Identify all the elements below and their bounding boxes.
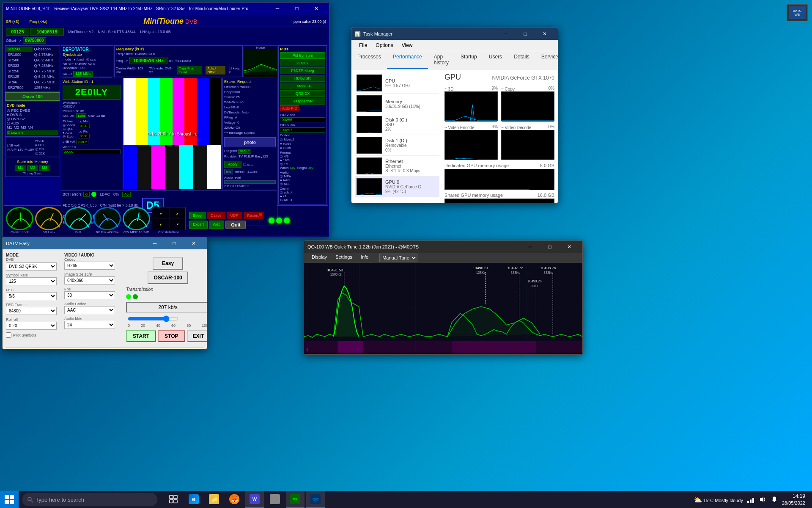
sr66-btn[interactable]: SR66 — [6, 80, 33, 85]
symbol-rate-select[interactable]: 125 — [6, 277, 57, 285]
de-minimize[interactable]: ─ — [145, 237, 165, 249]
pid-2e0ily-btn[interactable]: 2E0ILY — [280, 60, 325, 66]
pid-hdlowsr-btn[interactable]: HDlowSR — [280, 75, 325, 82]
q-825-btn[interactable]: Q-8.25 MHz — [33, 74, 59, 79]
taskbar-search[interactable]: Type here to search — [22, 493, 157, 506]
adapt-offset-btn[interactable]: Adapt Offset — [206, 66, 225, 75]
cpu-item[interactable]: CPU 9% 4.57 GHz — [355, 73, 439, 94]
record-btn[interactable]: Record — [244, 212, 263, 219]
pilot-symbols-check[interactable] — [6, 332, 11, 338]
q-875-btn[interactable]: Q-8.75 MHz — [33, 80, 59, 85]
de-maximize[interactable]: □ — [165, 237, 184, 249]
maximize-btn[interactable]: □ — [287, 3, 307, 14]
photo-btn[interactable]: photo — [224, 137, 276, 147]
q-1255-btn[interactable]: 1255MHz — [33, 85, 59, 90]
tab-performance[interactable]: Performance — [387, 51, 428, 69]
tm-close[interactable]: ✕ — [535, 28, 554, 40]
stop-btn[interactable]: STOP — [158, 330, 185, 342]
pid-france24-btn[interactable]: France24 — [280, 83, 325, 89]
firefox-btn[interactable]: 🦊 — [225, 491, 244, 508]
tab-startup[interactable]: Startup — [455, 51, 483, 69]
power-slider[interactable] — [128, 315, 178, 322]
app8-btn[interactable]: QO — [306, 491, 325, 508]
qo100-menu-settings[interactable]: Settings — [331, 254, 357, 262]
minimize-btn[interactable]: ─ — [268, 3, 287, 14]
fec-select[interactable]: 5/6 — [6, 292, 57, 300]
dvb-select[interactable]: DVB-S2 QPSK — [6, 262, 57, 271]
expert-btn[interactable]: Expert — [189, 221, 208, 229]
sr500-btn[interactable]: SR500 — [6, 58, 33, 63]
sr-value[interactable]: 00125 — [6, 28, 29, 36]
beep-btn[interactable]: Beep — [189, 212, 206, 219]
east-display[interactable]: East — [76, 113, 86, 118]
sr1000-btn[interactable]: SR1000 — [6, 52, 33, 57]
tm-menu-file[interactable]: File — [355, 41, 371, 50]
explorer-btn[interactable]: 📁 — [205, 491, 223, 508]
exit-btn[interactable]: EXIT — [187, 330, 207, 342]
m2-btn[interactable]: M2 — [27, 165, 38, 171]
freq-display[interactable]: 10496516 kHz — [129, 57, 167, 64]
start-btn[interactable]: START — [126, 330, 156, 342]
disk1-item[interactable]: Disk 1 (D:) Removable0% — [355, 135, 439, 156]
tm-minimize[interactable]: ─ — [496, 28, 516, 40]
memory-item[interactable]: Memory 3.6/31.9 GB (11%) — [355, 94, 439, 114]
oscar100-btn[interactable]: OSCAR-100 — [148, 271, 188, 284]
auto-pid-btn[interactable]: Auto PID — [280, 105, 299, 111]
web-btn[interactable]: Web — [209, 221, 224, 229]
de-close[interactable]: ✕ — [184, 237, 203, 249]
quit-btn[interactable]: Quit — [225, 221, 246, 229]
sr250-btn[interactable]: SR250 — [6, 69, 33, 74]
low-sr-btn[interactable]: ☑ Low SR — [7, 130, 58, 135]
q-475-btn[interactable]: Q-4.75MHz — [33, 52, 59, 57]
start-button[interactable] — [0, 491, 19, 508]
m1-btn[interactable]: M1 — [15, 165, 26, 171]
tm-menu-view[interactable]: View — [398, 41, 417, 50]
tm-menu-options[interactable]: Options — [371, 41, 397, 50]
qo100-menu-display[interactable]: Display — [307, 254, 331, 262]
qo100-close[interactable]: ✕ — [560, 241, 579, 253]
udp-btn[interactable]: UDP — [227, 212, 242, 219]
copy-freq-btn[interactable]: Copy Freq found — [177, 66, 202, 75]
tab-processes[interactable]: Processes — [351, 51, 387, 69]
app6-btn[interactable] — [266, 491, 284, 508]
close-btn[interactable]: ✕ — [307, 3, 326, 14]
tab-users[interactable]: Users — [483, 51, 508, 69]
apply-btn[interactable]: Apply — [224, 161, 241, 168]
qo100-minimize[interactable]: ─ — [521, 241, 540, 253]
ethernet-item[interactable]: Ethernet Ethernet S: 8.1 R: 0.3 Mbps — [355, 156, 439, 177]
taskbar-time[interactable]: 14:19 28/05/2022 — [782, 493, 805, 506]
q-beacon-btn[interactable]: Q-beacon — [33, 47, 59, 52]
batc-icon[interactable]: BATCWB — [787, 4, 808, 21]
app7-btn[interactable]: MT — [286, 491, 304, 508]
pid-f6dzp-btn[interactable]: F6DZP-Mpeg — [280, 67, 325, 74]
tab-app-history[interactable]: App history — [428, 51, 455, 69]
network-icon[interactable] — [746, 495, 755, 504]
edge-btn[interactable]: e — [184, 491, 203, 508]
q-775-btn[interactable]: Q-7.75 MHz — [33, 69, 59, 74]
dsave-btn[interactable]: Dsave — [207, 212, 225, 219]
audio-kbs-select[interactable]: 24 — [64, 321, 115, 329]
q-725-btn[interactable]: Q-7.25MHz — [33, 63, 59, 68]
sr1500-btn[interactable]: SR1500 — [6, 47, 33, 52]
rolloff-select[interactable]: 0.20 — [6, 322, 57, 330]
m3-btn[interactable]: M3 — [39, 165, 50, 171]
codec-select[interactable]: H265 — [64, 262, 115, 270]
info-btn[interactable]: Info — [224, 169, 233, 174]
sr125-btn[interactable]: SR125 — [6, 74, 33, 79]
app5-btn[interactable]: W — [245, 491, 264, 508]
sr333-btn[interactable]: SR333 — [6, 63, 33, 68]
disk0-item[interactable]: Disk 0 (C:) SSD2% — [355, 114, 439, 135]
pid-qrzdx-btn[interactable]: QRZ DX — [280, 90, 325, 97]
oscar-100-btn[interactable]: Oscar 100 — [5, 92, 60, 101]
easy-btn[interactable]: Easy — [153, 257, 183, 270]
fps-select[interactable]: 30 — [64, 291, 115, 299]
sr-display[interactable]: 125 kS/s — [73, 71, 93, 77]
q-625-btn[interactable]: Q-6.25MHz — [33, 58, 59, 63]
pid-from-ini-btn[interactable]: Pid from .ini — [280, 52, 325, 59]
task-view-btn[interactable] — [164, 491, 183, 508]
qo100-maximize[interactable]: □ — [540, 241, 560, 253]
offset-val[interactable]: 09750000 — [23, 37, 46, 44]
notification-icon[interactable] — [770, 495, 779, 504]
audio-codec-select[interactable]: AAC — [64, 306, 115, 314]
tab-services[interactable]: Services — [535, 51, 558, 69]
